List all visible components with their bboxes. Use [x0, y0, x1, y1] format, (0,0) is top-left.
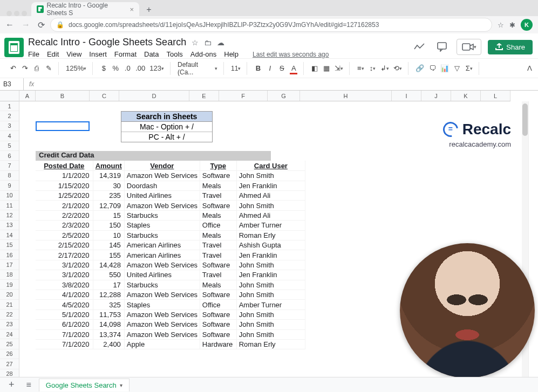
increase-decimal-button[interactable]: .00: [134, 62, 147, 75]
table-row[interactable]: 2/15/2020145American AirlinesTravelAshis…: [36, 240, 305, 250]
cell-date[interactable]: 2/5/2020: [36, 230, 93, 240]
cell-user[interactable]: Ahmed Ali: [236, 191, 305, 201]
merge-cells-button[interactable]: ⇲: [333, 62, 345, 75]
cell-user[interactable]: Jen Franklin: [236, 270, 305, 280]
cell-amount[interactable]: 235: [93, 191, 124, 201]
cell-date[interactable]: 3/1/2020: [36, 270, 93, 280]
column-header[interactable]: B: [36, 91, 90, 101]
add-sheet-button[interactable]: +: [4, 379, 19, 390]
row-header[interactable]: 6: [0, 151, 19, 161]
column-header[interactable]: A: [19, 91, 36, 101]
column-header[interactable]: H: [300, 91, 392, 101]
table-row[interactable]: 2/5/202010StarbucksMealsRoman Erly: [36, 230, 305, 240]
cell-date[interactable]: 4/1/2020: [36, 290, 93, 299]
column-header[interactable]: L: [481, 91, 510, 101]
filter-button[interactable]: ▽: [452, 62, 462, 75]
cell-date[interactable]: 7/1/2020: [36, 339, 93, 349]
toolbar-overflow-button[interactable]: ᐱ: [524, 62, 535, 75]
cell-user[interactable]: John Smith: [236, 201, 305, 210]
row-header[interactable]: 20: [0, 290, 19, 299]
cell-amount[interactable]: 30: [93, 181, 124, 190]
browser-tab[interactable]: Recalc Intro - Google Sheets S ×: [31, 2, 139, 16]
cell-vendor[interactable]: Doordash: [124, 181, 200, 190]
cell-user[interactable]: John Smith: [236, 320, 305, 329]
borders-button[interactable]: ▦: [321, 62, 332, 75]
comments-icon[interactable]: [434, 39, 450, 55]
insert-comment-button[interactable]: 🗨: [427, 62, 438, 75]
row-header[interactable]: 7: [0, 161, 19, 170]
new-tab-button[interactable]: +: [142, 3, 155, 16]
table-row[interactable]: 1/15/202030DoordashMealsJen Franklin: [36, 181, 305, 190]
cell-type[interactable]: Software: [200, 329, 236, 339]
select-all-corner[interactable]: [0, 91, 19, 101]
url-bar[interactable]: 🔒 docs.google.com/spreadsheets/d/11ejoIs…: [50, 18, 492, 32]
menu-add-ons[interactable]: Add-ons: [190, 50, 216, 58]
table-row[interactable]: 1/25/2020235United AirlinesTravelAhmed A…: [36, 191, 305, 201]
document-title[interactable]: Recalc Intro - Google Sheets Search: [28, 37, 186, 48]
cell-vendor[interactable]: Amazon Web Services: [124, 310, 200, 319]
table-row[interactable]: 4/5/2020325StaplesOfficeAmber Turner: [36, 300, 305, 310]
row-header[interactable]: 18: [0, 270, 19, 280]
text-color-button[interactable]: A: [288, 62, 299, 75]
cell-date[interactable]: 6/1/2020: [36, 320, 93, 329]
table-row[interactable]: 2/3/2020150StaplesOfficeAmber Turner: [36, 221, 305, 230]
row-header[interactable]: 21: [0, 300, 19, 310]
cell-vendor[interactable]: Starbucks: [124, 210, 200, 220]
cell-date[interactable]: 3/8/2020: [36, 280, 93, 290]
cell-type[interactable]: Software: [200, 171, 236, 181]
cell-type[interactable]: Hardware: [200, 339, 236, 349]
cell-type[interactable]: Meals: [200, 210, 236, 220]
sheet-tab-active[interactable]: Google Sheets Search ▾: [39, 379, 130, 391]
cell-date[interactable]: 2/1/2020: [36, 201, 93, 210]
cell-vendor[interactable]: American Airlines: [124, 250, 200, 260]
tab-close-icon[interactable]: ×: [130, 5, 134, 13]
table-row[interactable]: 6/1/202014,098Amazon Web ServicesSoftwar…: [36, 320, 305, 329]
sheet-tab-menu-icon[interactable]: ▾: [120, 382, 122, 388]
last-edit-text[interactable]: Last edit was seconds ago: [253, 51, 329, 58]
wrap-button[interactable]: ↲: [379, 62, 391, 75]
cell-amount[interactable]: 12,709: [93, 201, 124, 210]
column-header[interactable]: J: [421, 91, 451, 101]
cell-user[interactable]: Ashish Gupta: [236, 240, 305, 250]
cell-type[interactable]: Office: [200, 221, 236, 230]
fill-color-button[interactable]: ◧: [309, 62, 320, 75]
cell-date[interactable]: 4/5/2020: [36, 300, 93, 310]
move-icon[interactable]: 🗀: [204, 38, 212, 47]
cell-date[interactable]: 3/1/2020: [36, 260, 93, 270]
cell-date[interactable]: 2/15/2020: [36, 240, 93, 250]
table-row[interactable]: 2/2/202015StarbucksMealsAhmed Ali: [36, 210, 305, 220]
column-headers[interactable]: ABCDEFGHIJKL: [19, 91, 510, 101]
insert-link-button[interactable]: 🔗: [414, 62, 426, 75]
cell-amount[interactable]: 14,098: [93, 320, 124, 329]
cell-vendor[interactable]: Amazon Web Services: [124, 290, 200, 299]
cell-type[interactable]: Office: [200, 300, 236, 310]
cell-amount[interactable]: 14,428: [93, 260, 124, 270]
star-icon[interactable]: ☆: [192, 38, 199, 47]
row-headers[interactable]: 1234567891011121314151617181920212223242…: [0, 101, 19, 379]
cell-user[interactable]: Ahmed Ali: [236, 210, 305, 220]
row-header[interactable]: 5: [0, 141, 19, 151]
profile-avatar[interactable]: K: [521, 19, 533, 31]
cell-type[interactable]: Travel: [200, 270, 236, 280]
name-box[interactable]: B3: [0, 78, 24, 90]
menu-insert[interactable]: Insert: [89, 50, 107, 58]
window-controls[interactable]: [2, 8, 31, 16]
menu-edit[interactable]: Edit: [47, 50, 59, 58]
row-header[interactable]: 9: [0, 181, 19, 190]
cell-user[interactable]: Jen Franklin: [236, 181, 305, 190]
cell-date[interactable]: 1/15/2020: [36, 181, 93, 190]
cell-type[interactable]: Meals: [200, 230, 236, 240]
cell-vendor[interactable]: Staples: [124, 221, 200, 230]
cell-amount[interactable]: 11,753: [93, 310, 124, 319]
row-header[interactable]: 3: [0, 121, 19, 131]
zoom-selector[interactable]: 125%: [64, 62, 88, 75]
font-size-selector[interactable]: 11: [229, 62, 242, 75]
back-button[interactable]: ←: [5, 20, 14, 30]
share-button[interactable]: Share: [488, 40, 533, 54]
cell-type[interactable]: Meals: [200, 280, 236, 290]
cell-vendor[interactable]: Amazon Web Services: [124, 329, 200, 339]
cell-user[interactable]: John Smith: [236, 329, 305, 339]
cell-amount[interactable]: 150: [93, 221, 124, 230]
row-header[interactable]: 22: [0, 310, 19, 319]
table-row[interactable]: 1/1/202014,319Amazon Web ServicesSoftwar…: [36, 171, 305, 181]
